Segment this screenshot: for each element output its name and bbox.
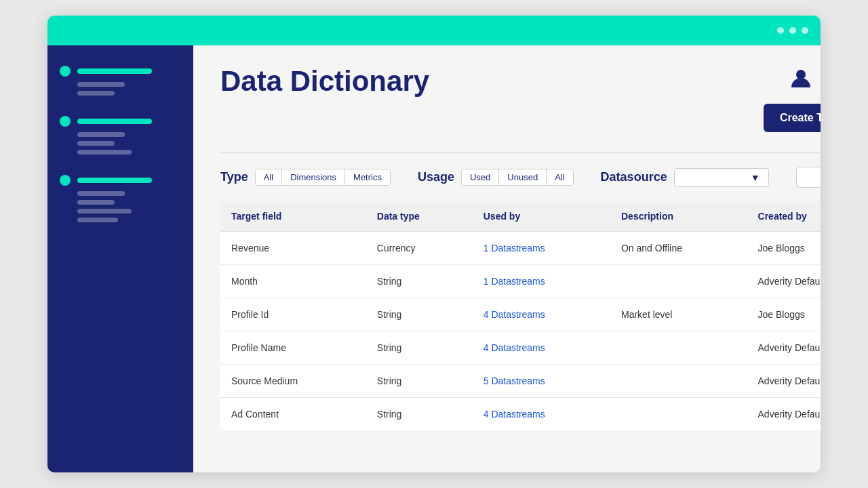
search-box: 🔍 [796, 167, 821, 188]
top-right: adverity Create Target Field [764, 66, 821, 132]
sidebar [47, 45, 193, 472]
sidebar-section-3 [47, 175, 193, 222]
used-by-link[interactable]: 5 Datastreams [484, 375, 545, 386]
sidebar-section-2 [47, 116, 193, 155]
table-row: Ad ContentString4 DatastreamsAdverity De… [220, 398, 821, 431]
table-row: Source MediumString5 DatastreamsAdverity… [220, 365, 821, 398]
cell-target-field: Revenue [220, 232, 366, 265]
sidebar-section-1 [47, 66, 193, 96]
cell-data-type: String [366, 331, 473, 365]
cell-data-type: String [366, 298, 473, 331]
used-by-link[interactable]: 1 Datastreams [484, 276, 545, 287]
cell-description: Market level [610, 298, 747, 331]
sidebar-subbar-1-2 [77, 91, 115, 96]
cell-created-by: Adverity Default [747, 365, 821, 398]
type-pill-metrics[interactable]: Metrics [345, 169, 390, 185]
window-dot-2 [789, 27, 796, 34]
table-row: RevenueCurrency1 DatastreamsOn and Offli… [220, 232, 821, 265]
sidebar-subbars-3 [60, 191, 181, 222]
divider [220, 152, 821, 153]
cell-data-type: Currency [366, 232, 473, 265]
window-dot-3 [802, 27, 808, 34]
window-controls [777, 27, 808, 34]
cell-used-by[interactable]: 5 Datastreams [473, 365, 610, 398]
datasource-filter-group: Datasource ▼ [601, 168, 769, 187]
sidebar-item-1[interactable] [60, 66, 181, 77]
window-dot-1 [777, 27, 784, 34]
type-pill-dimensions[interactable]: Dimensions [282, 169, 345, 185]
used-by-link[interactable]: 4 Datastreams [484, 342, 545, 353]
sidebar-subbar-3-2 [77, 200, 115, 205]
datasource-label: Datasource [601, 170, 667, 184]
cell-description [610, 265, 747, 298]
sidebar-subbars-2 [60, 132, 181, 155]
cell-created-by: Adverity Default [747, 265, 821, 298]
cell-description [610, 365, 747, 398]
main-window: Data Dictionary [47, 16, 821, 472]
table-row: MonthString1 DatastreamsAdverity Default [220, 265, 821, 298]
cell-used-by[interactable]: 4 Datastreams [473, 398, 610, 431]
cell-target-field: Ad Content [220, 398, 366, 431]
user-icon [789, 66, 813, 90]
usage-pill-all[interactable]: All [547, 169, 572, 185]
cell-description: On and Offline [610, 232, 747, 265]
col-created-by: Created by [747, 201, 821, 232]
cell-target-field: Source Medium [220, 365, 366, 398]
filters-row: Type All Dimensions Metrics Usage Used U… [220, 167, 821, 188]
sidebar-subbar-2-3 [77, 150, 132, 155]
table-header: Target field Data type Used by Descripti… [220, 201, 821, 232]
cell-used-by[interactable]: 1 Datastreams [473, 232, 610, 265]
cell-target-field: Profile Id [220, 298, 366, 331]
cell-data-type: String [366, 265, 473, 298]
usage-pill-unused[interactable]: Unused [499, 169, 547, 185]
usage-pills: Used Unused All [461, 169, 574, 186]
col-description: Description [610, 201, 747, 232]
type-filter-group: Type All Dimensions Metrics [220, 169, 391, 186]
col-target-field: Target field [220, 201, 366, 232]
svg-point-0 [796, 70, 806, 79]
usage-pill-used[interactable]: Used [462, 169, 499, 185]
cell-created-by: Joe Bloggs [747, 298, 821, 331]
used-by-link[interactable]: 4 Datastreams [484, 409, 545, 420]
sidebar-item-3[interactable] [60, 175, 181, 186]
search-input[interactable] [805, 172, 821, 183]
cell-target-field: Month [220, 265, 366, 298]
table-body: RevenueCurrency1 DatastreamsOn and Offli… [220, 232, 821, 431]
table-row: Profile IdString4 DatastreamsMarket leve… [220, 298, 821, 331]
sidebar-dot-2 [60, 116, 71, 127]
data-table: Target field Data type Used by Descripti… [220, 201, 821, 430]
usage-label: Usage [418, 170, 454, 184]
table: Target field Data type Used by Descripti… [220, 201, 821, 430]
cell-target-field: Profile Name [220, 331, 366, 365]
cell-created-by: Joe Bloggs [747, 232, 821, 265]
chevron-down-icon: ▼ [751, 172, 760, 183]
cell-used-by[interactable]: 1 Datastreams [473, 265, 610, 298]
cell-used-by[interactable]: 4 Datastreams [473, 298, 610, 331]
sidebar-bar-1 [77, 68, 152, 74]
col-data-type: Data type [366, 201, 473, 232]
sidebar-dot-3 [60, 175, 71, 186]
sidebar-item-2[interactable] [60, 116, 181, 127]
cell-data-type: String [366, 398, 473, 431]
col-used-by: Used by [473, 201, 610, 232]
create-target-field-button[interactable]: Create Target Field [764, 104, 821, 132]
datasource-select[interactable]: ▼ [674, 168, 769, 187]
cell-created-by: Adverity Default [747, 398, 821, 431]
used-by-link[interactable]: 4 Datastreams [484, 309, 545, 320]
cell-description [610, 398, 747, 431]
cell-data-type: String [366, 365, 473, 398]
type-label: Type [220, 170, 248, 184]
page-title: Data Dictionary [220, 66, 429, 97]
window-body: Data Dictionary [47, 45, 821, 472]
sidebar-bar-3 [77, 178, 152, 183]
sidebar-subbars-1 [60, 82, 181, 96]
used-by-link[interactable]: 1 Datastreams [484, 243, 545, 253]
titlebar [47, 16, 821, 45]
type-pills: All Dimensions Metrics [255, 169, 391, 186]
sidebar-subbar-1-1 [77, 82, 125, 87]
type-pill-all[interactable]: All [256, 169, 282, 185]
top-bar: Data Dictionary [220, 66, 821, 132]
sidebar-subbar-2-1 [77, 132, 125, 137]
sidebar-dot-1 [60, 66, 71, 77]
cell-used-by[interactable]: 4 Datastreams [473, 331, 610, 365]
